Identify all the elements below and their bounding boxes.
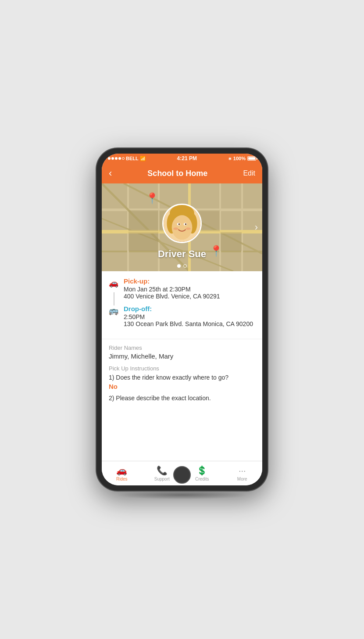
- dropoff-time: 2:50PM: [124, 313, 253, 320]
- rider-names-value: Jimmy, Michelle, Mary: [109, 352, 255, 360]
- pickup-details: Pick-up: Mon Jan 25th at 2:30PM 400 Veni…: [124, 277, 220, 300]
- status-bar: BELL 📶 4:21 PM ∗ 100%: [102, 154, 262, 163]
- status-time: 4:21 PM: [177, 155, 197, 162]
- ride-content: 🚗 Pick-up: Mon Jan 25th at 2:30PM 400 Ve…: [102, 271, 262, 461]
- rider-names-label: Rider Names: [109, 345, 255, 351]
- driver-avatar: [162, 204, 202, 243]
- dropoff-label: Drop-off:: [124, 305, 253, 312]
- svg-point-29: [186, 227, 190, 230]
- pickup-icon: 🚗: [109, 278, 118, 288]
- signal-dot-1: [108, 157, 111, 160]
- connector-line: [114, 292, 114, 305]
- support-icon: 📞: [157, 465, 168, 476]
- indicator-dot-2: [183, 264, 187, 268]
- back-button[interactable]: ‹: [109, 168, 112, 179]
- map-driver-section: 📍 📍: [102, 183, 262, 271]
- signal-dot-3: [115, 157, 118, 160]
- support-tab-label: Support: [154, 477, 170, 481]
- instruction-question-2: 2) Please describe the exact location.: [109, 395, 255, 402]
- home-button[interactable]: [173, 466, 191, 484]
- dropoff-row: 🚌 Drop-off: 2:50PM 130 Ocean Park Blvd. …: [109, 305, 255, 327]
- phone-screen: BELL 📶 4:21 PM ∗ 100% ‹ School to Home E…: [102, 154, 262, 485]
- bluetooth-icon: ∗: [228, 156, 232, 161]
- svg-point-27: [185, 223, 187, 225]
- driver-name-label: Driver Sue: [102, 248, 262, 260]
- status-right: ∗ 100%: [228, 156, 256, 161]
- wifi-icon: 📶: [140, 156, 146, 162]
- signal-dot-4: [118, 157, 121, 160]
- signal-dot-5: [122, 157, 125, 160]
- page-title: School to Home: [147, 169, 207, 178]
- indicator-dot-1: [177, 264, 181, 268]
- status-left: BELL 📶: [108, 156, 146, 162]
- more-tab-label: More: [237, 477, 247, 481]
- avatar-image: [164, 205, 200, 242]
- carousel-indicators: [102, 264, 262, 268]
- carrier-label: BELL: [126, 156, 139, 161]
- phone-shadow: [116, 491, 248, 499]
- credits-icon: 💲: [196, 465, 207, 476]
- svg-rect-14: [128, 210, 158, 231]
- svg-point-26: [178, 223, 180, 225]
- battery-fill: [248, 157, 255, 160]
- tab-more[interactable]: ··· More: [222, 466, 263, 481]
- nav-bar: ‹ School to Home Edit: [102, 163, 262, 183]
- pickup-row: 🚗 Pick-up: Mon Jan 25th at 2:30PM 400 Ve…: [109, 277, 255, 300]
- pickup-time: Mon Jan 25th at 2:30PM: [124, 286, 220, 293]
- dropoff-icon: 🚌: [109, 306, 118, 316]
- instruction-answer-1: No: [109, 383, 255, 390]
- pickup-pin: 📍: [146, 192, 159, 205]
- signal-dots: [108, 157, 125, 160]
- instruction-question-1: 1) Does the rider know exactly where to …: [109, 374, 255, 381]
- edit-button[interactable]: Edit: [243, 169, 255, 177]
- dropoff-details: Drop-off: 2:50PM 130 Ocean Park Blvd. Sa…: [124, 305, 253, 327]
- credits-tab-label: Credits: [195, 477, 209, 481]
- more-icon: ···: [239, 466, 246, 476]
- pickup-label: Pick-up:: [124, 277, 220, 285]
- rides-icon: 🚗: [116, 465, 127, 476]
- phone-device: BELL 📶 4:21 PM ∗ 100% ‹ School to Home E…: [96, 148, 268, 491]
- svg-point-23: [172, 215, 193, 240]
- instructions-section-label: Pick Up Instructions: [109, 365, 255, 372]
- battery-percent: 100%: [233, 156, 246, 161]
- carousel-next-arrow[interactable]: ›: [255, 222, 258, 233]
- pickup-address: 400 Venice Blvd. Venice, CA 90291: [124, 293, 220, 300]
- svg-point-28: [173, 227, 178, 230]
- tab-rides[interactable]: 🚗 Rides: [102, 465, 142, 481]
- rider-section: Rider Names Jimmy, Michelle, Mary Pick U…: [102, 339, 262, 407]
- ride-info-section: 🚗 Pick-up: Mon Jan 25th at 2:30PM 400 Ve…: [102, 271, 262, 339]
- signal-dot-2: [111, 157, 114, 160]
- rides-tab-label: Rides: [116, 477, 128, 481]
- battery-icon: [247, 156, 256, 161]
- dropoff-address: 130 Ocean Park Blvd. Santa Monica, CA 90…: [124, 320, 253, 327]
